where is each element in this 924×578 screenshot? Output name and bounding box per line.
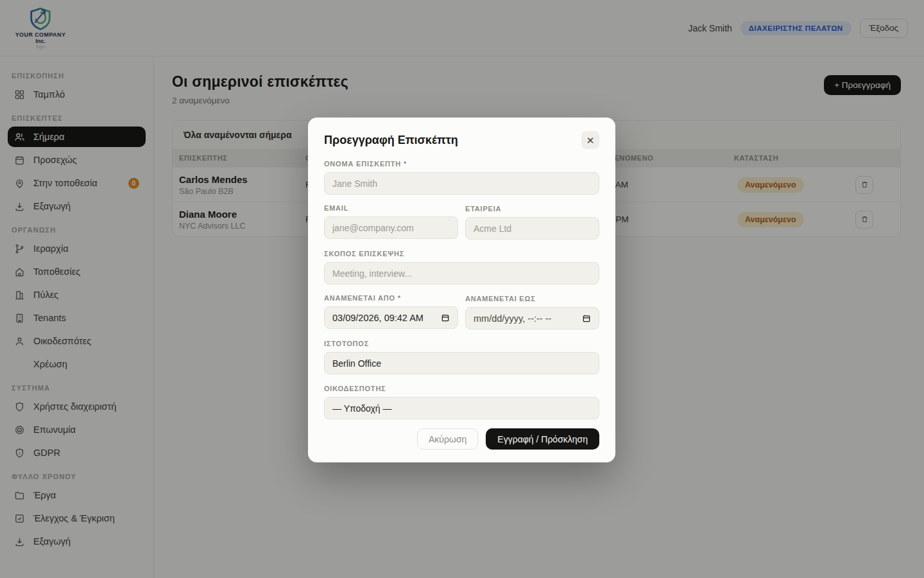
modal-title: Προεγγραφή Επισκέπτη [324,134,458,147]
expected-from-label: ΑΝΑΜΕΝΕΤΑΙ ΑΠΟ * [324,294,458,302]
email-group: EMAIL [324,204,458,240]
visitor-name-label: ΟΝΟΜΑ ΕΠΙΣΚΕΠΤΗ * [324,160,599,168]
visitor-name-group: ΟΝΟΜΑ ΕΠΙΣΚΕΠΤΗ * [324,160,599,195]
purpose-label: ΣΚΟΠΟΣ ΕΠΙΣΚΕΨΗΣ [324,250,599,258]
expected-until-field[interactable]: mm/dd/yyyy, --:-- -- [465,307,599,329]
calendar-icon [582,314,591,323]
host-label: ΟΙΚΟΔΕΣΠΟΤΗΣ [324,385,599,393]
preregister-modal: Προεγγραφή Επισκέπτη ✕ ΟΝΟΜΑ ΕΠΙΣΚΕΠΤΗ *… [308,118,615,462]
expected-until-group: ΑΝΑΜΕΝΕΤΑΙ ΕΩΣ mm/dd/yyyy, --:-- -- [465,295,599,329]
site-group: ΙΣΤΟΤΟΠΟΣ Berlin Office [324,340,599,374]
email-field[interactable] [324,216,458,239]
expected-until-value: mm/dd/yyyy, --:-- -- [474,313,551,324]
email-company-row: EMAIL ΕΤΑΙΡΕΙΑ [324,195,599,240]
expected-from-field[interactable]: 03/09/2026, 09:42 AM [324,306,458,329]
purpose-field[interactable] [324,262,599,285]
calendar-icon [441,313,450,322]
company-field[interactable] [465,217,599,240]
site-select[interactable]: Berlin Office [324,352,599,374]
app-root: YOUR COMPANY Inc. logo Jack Smith ΔΙΑΧΕΙ… [0,0,924,578]
host-select[interactable]: — Υποδοχή — [324,397,599,419]
expected-from-value: 03/09/2026, 09:42 AM [332,313,424,323]
cancel-button[interactable]: Ακύρωση [417,428,478,450]
expected-until-label: ΑΝΑΜΕΝΕΤΑΙ ΕΩΣ [465,295,599,303]
submit-button[interactable]: Εγγραφή / Πρόσκληση [486,428,599,450]
host-group: ΟΙΚΟΔΕΣΠΟΤΗΣ — Υποδοχή — [324,385,599,419]
modal-head: Προεγγραφή Επισκέπτη ✕ [324,130,599,150]
email-label: EMAIL [324,204,458,213]
purpose-group: ΣΚΟΠΟΣ ΕΠΙΣΚΕΨΗΣ [324,250,599,285]
expected-from-group: ΑΝΑΜΕΝΕΤΑΙ ΑΠΟ * 03/09/2026, 09:42 AM [324,294,458,329]
close-icon[interactable]: ✕ [581,131,599,149]
company-group: ΕΤΑΙΡΕΙΑ [465,205,599,240]
datetime-row: ΑΝΑΜΕΝΕΤΑΙ ΑΠΟ * 03/09/2026, 09:42 AM ΑΝ… [324,285,599,329]
modal-footer: Ακύρωση Εγγραφή / Πρόσκληση [324,428,599,450]
site-label: ΙΣΤΟΤΟΠΟΣ [324,340,599,348]
visitor-name-field[interactable] [324,172,599,195]
company-label: ΕΤΑΙΡΕΙΑ [465,205,599,213]
